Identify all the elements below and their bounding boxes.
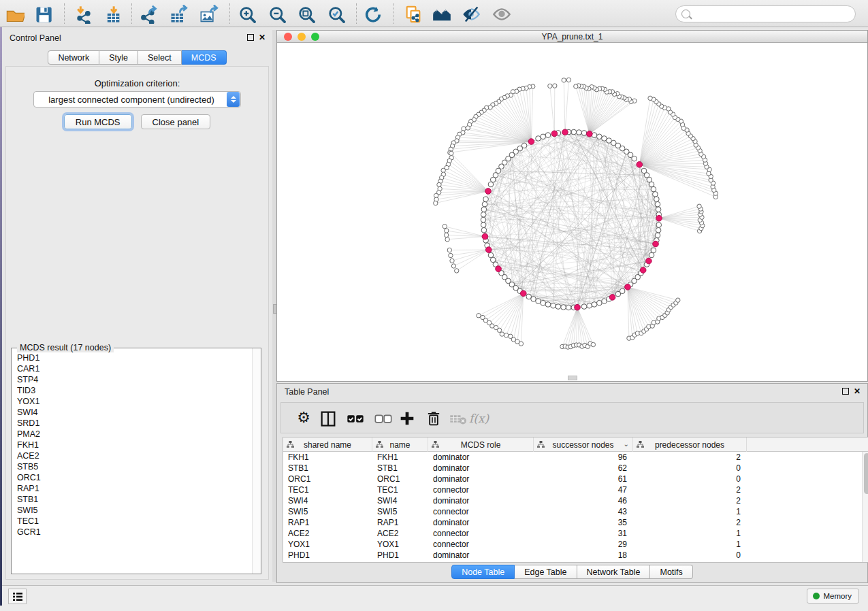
graph-hub-node[interactable] (656, 215, 662, 221)
table-scrollbar[interactable] (862, 452, 868, 562)
graph-hub-node[interactable] (609, 295, 615, 301)
graph-leaf-node[interactable] (445, 229, 449, 233)
graph-node[interactable] (551, 303, 556, 308)
graph-node[interactable] (655, 201, 660, 207)
graph-node[interactable] (566, 305, 571, 310)
mcds-result-item[interactable]: STP4 (17, 374, 251, 385)
table-row[interactable]: ORC1ORC1dominator610 (283, 474, 868, 484)
mcds-result-item[interactable]: STB1 (17, 494, 251, 505)
graph-hub-node[interactable] (520, 291, 526, 297)
graph-node[interactable] (587, 303, 592, 308)
column-header-shared-name[interactable]: shared name (283, 437, 372, 452)
horizontal-splitter-handle[interactable] (568, 376, 577, 380)
graph-leaf-node[interactable] (497, 328, 501, 332)
table-panel-float-icon[interactable] (842, 387, 849, 397)
table-row[interactable]: SWI5SWI5connector431 (283, 506, 868, 517)
graph-leaf-node[interactable] (444, 233, 448, 237)
graph-node[interactable] (607, 138, 612, 144)
optimization-criterion-select[interactable]: largest connected component (undirected) (33, 91, 241, 108)
graph-node[interactable] (571, 129, 577, 135)
mcds-result-item[interactable]: YOX1 (17, 396, 251, 407)
unselect-all-columns-icon[interactable] (374, 409, 393, 428)
mcds-result-item[interactable]: PMA2 (17, 429, 251, 440)
graph-leaf-node[interactable] (566, 78, 570, 82)
tab-node-table[interactable]: Node Table (451, 565, 515, 579)
graph-node[interactable] (536, 136, 541, 142)
zoom-fit-icon[interactable] (297, 5, 316, 24)
tab-style[interactable]: Style (99, 50, 138, 65)
graph-leaf-node[interactable] (707, 171, 711, 176)
graph-leaf-node[interactable] (449, 151, 453, 155)
export-image-icon[interactable] (199, 5, 219, 24)
graph-node[interactable] (483, 197, 489, 202)
search-field[interactable] (675, 5, 856, 22)
import-network-icon[interactable] (74, 5, 93, 24)
show-panels-menu-button[interactable] (8, 589, 27, 604)
graph-hub-node[interactable] (640, 267, 646, 274)
tab-edge-table[interactable]: Edge Table (515, 565, 577, 579)
refresh-icon[interactable] (364, 5, 383, 24)
graph-node[interactable] (641, 168, 647, 174)
search-input[interactable] (690, 10, 855, 19)
table-scrollbar-thumb[interactable] (864, 453, 868, 494)
column-header-predecessor-nodes[interactable]: predecessor nodes (633, 437, 747, 452)
column-header-MCDS-role[interactable]: MCDS role (428, 437, 534, 452)
graph-hub-node[interactable] (575, 304, 581, 310)
mcds-result-item[interactable]: ORC1 (17, 472, 251, 483)
new-network-from-selection-icon[interactable] (404, 5, 423, 24)
graph-node[interactable] (649, 252, 654, 258)
export-table-icon[interactable] (169, 5, 188, 24)
mcds-result-item[interactable]: SRD1 (17, 418, 251, 429)
show-all-icon[interactable] (492, 5, 511, 24)
graph-node[interactable] (541, 300, 546, 306)
graph-node[interactable] (597, 134, 602, 139)
graph-hub-node[interactable] (646, 258, 652, 264)
select-all-columns-icon[interactable] (346, 409, 365, 428)
graph-leaf-node[interactable] (500, 332, 504, 336)
graph-hub-node[interactable] (485, 188, 492, 195)
tab-motifs[interactable]: Motifs (650, 565, 692, 579)
graph-node[interactable] (531, 297, 536, 302)
graph-leaf-node[interactable] (504, 333, 508, 337)
table-settings-icon[interactable]: ⚙ (294, 409, 313, 428)
memory-button[interactable]: Memory (807, 589, 859, 604)
add-column-icon[interactable] (398, 409, 417, 428)
tab-network[interactable]: Network (48, 50, 99, 65)
mcds-result-item[interactable]: RAP1 (17, 483, 251, 494)
show-columns-icon[interactable] (319, 409, 338, 428)
table-row[interactable]: YOX1YOX1connector291 (283, 539, 868, 550)
table-row[interactable]: RAP1RAP1dominator352 (283, 517, 868, 528)
zoom-out-icon[interactable] (268, 5, 287, 24)
graph-leaf-node[interactable] (450, 259, 454, 263)
graph-hub-node[interactable] (637, 162, 643, 168)
zoom-in-icon[interactable] (238, 5, 257, 24)
graph-node[interactable] (651, 186, 656, 192)
window-minimize-icon[interactable] (298, 33, 306, 41)
save-session-icon[interactable] (34, 5, 53, 24)
graph-leaf-node[interactable] (455, 269, 459, 273)
tab-select[interactable]: Select (138, 50, 182, 65)
graph-node[interactable] (656, 207, 661, 212)
run-mcds-button[interactable]: Run MCDS (64, 114, 132, 129)
network-window-titlebar[interactable]: YPA_prune.txt_1 (277, 31, 867, 43)
graph-node[interactable] (561, 305, 566, 310)
close-panel-button[interactable]: Close panel (141, 114, 211, 129)
zoom-selected-icon[interactable] (327, 5, 346, 24)
graph-node[interactable] (481, 212, 486, 218)
graph-node[interactable] (654, 197, 660, 202)
graph-leaf-node[interactable] (548, 84, 552, 88)
control-panel-float-icon[interactable] (247, 33, 254, 43)
graph-hub-node[interactable] (496, 266, 502, 272)
graph-leaf-node[interactable] (441, 168, 445, 172)
window-zoom-icon[interactable] (311, 33, 319, 41)
control-panel-close-icon[interactable]: ✕ (259, 33, 266, 43)
graph-node[interactable] (602, 299, 607, 304)
graph-node[interactable] (488, 182, 494, 187)
mcds-result-item[interactable]: CAR1 (17, 363, 251, 374)
column-header-successor-nodes[interactable]: successor nodes⌄ (534, 437, 633, 452)
graph-node[interactable] (602, 136, 607, 142)
open-session-icon[interactable] (5, 5, 25, 24)
graph-hub-node[interactable] (551, 131, 558, 137)
table-row[interactable]: ACE2ACE2connector311 (283, 528, 868, 539)
graph-node[interactable] (620, 288, 625, 294)
